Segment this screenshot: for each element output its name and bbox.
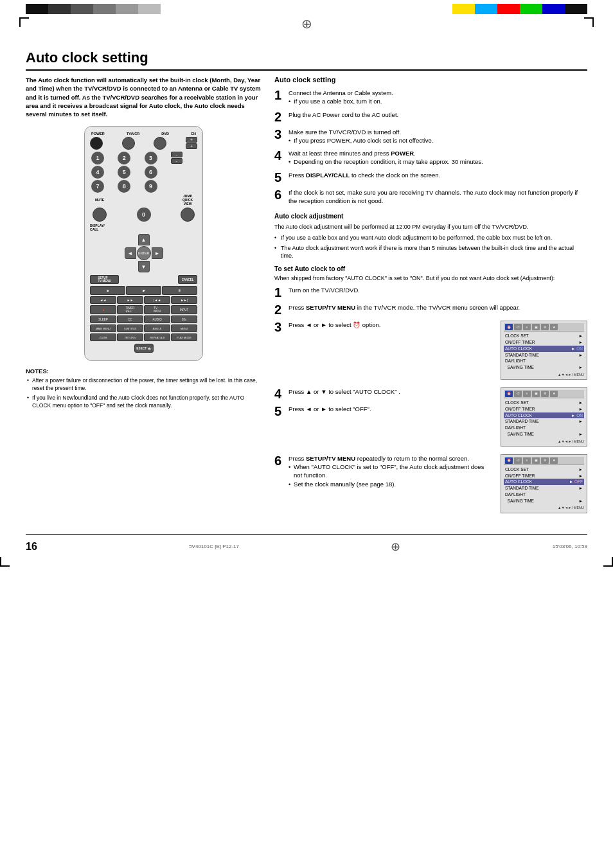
note-2: If you live in Newfoundland and the Auto… xyxy=(26,394,262,410)
btn-0[interactable]: 0 xyxy=(137,208,151,222)
mute-label: MUTE xyxy=(93,198,107,202)
set-off-step-4-content: Press ▲ or ▼ to select "AUTO CLOCK" . xyxy=(289,387,494,396)
jump-label: JUMPQUICK VIEW xyxy=(181,194,195,206)
dpad-down[interactable]: ▼ xyxy=(138,261,150,272)
screen3-item-stdtime: STANDARD TIME► xyxy=(504,485,584,492)
jump-btn[interactable] xyxy=(181,208,195,222)
power-btn[interactable] xyxy=(90,137,103,150)
footer-crosshair: ⊕ xyxy=(391,540,400,554)
remote-top-labels: POWER TV/VCR DVD CH xyxy=(89,132,199,136)
skip-fwd-btn[interactable]: ►►| xyxy=(171,296,197,304)
ch-plus-btn[interactable]: + xyxy=(186,137,197,143)
ch-minus-btn[interactable]: - xyxy=(171,152,182,157)
fwd-btn[interactable]: ►► xyxy=(117,296,143,304)
screen1-nav: ▲▼◄►/ MENU xyxy=(504,372,584,377)
screen1-item-stdtime: STANDARD TIME► xyxy=(504,352,584,359)
btn-5[interactable]: 5 xyxy=(118,166,130,179)
subtitle-btn[interactable]: SUBTITLE xyxy=(117,324,143,332)
eject-row: EJECT ⏏ xyxy=(89,342,199,354)
page-number: 16 xyxy=(26,541,37,553)
eject-btn[interactable]: EJECT ⏏ xyxy=(134,344,154,353)
return-btn[interactable]: RETURN xyxy=(117,333,143,341)
display-call-label: DISPLAY/CALL xyxy=(89,224,199,231)
main-menu-btn[interactable]: MAIN MENU xyxy=(90,324,116,332)
btn-9[interactable]: 9 xyxy=(145,180,157,193)
screen1-item-daylight: DAYLIGHT xyxy=(504,358,584,364)
set-off-step-2: 2 Press SETUP/TV MENU in the TV/VCR mode… xyxy=(274,303,587,316)
play-mode-btn[interactable]: PLAY MODE xyxy=(171,333,197,341)
footer-code: 5V40101C [E] P12-17 xyxy=(189,544,239,549)
set-off-title: To set Auto clock to off xyxy=(274,265,587,272)
adv-btn[interactable]: 30s xyxy=(171,315,197,323)
dpad: ▲ ▼ ◄ ► ENTER xyxy=(89,234,199,272)
cancel-btn[interactable]: CANCEL xyxy=(178,275,197,284)
btn-7[interactable]: 7 xyxy=(91,180,104,193)
vol-plus-btn[interactable]: + xyxy=(186,143,197,149)
sleep-btn[interactable]: SLEEP xyxy=(90,315,116,323)
btn-2[interactable]: 2 xyxy=(118,152,130,164)
screen1-item-onoff: ON/OFF TIMER► xyxy=(504,339,584,346)
menu-btn[interactable]: MENU xyxy=(171,324,197,332)
mute-btn[interactable] xyxy=(93,208,107,222)
stop-btn[interactable]: ■ xyxy=(90,286,125,295)
step-2: 2 Plug the AC Power cord to the AC outle… xyxy=(274,111,587,123)
pause-btn[interactable]: ⏸ xyxy=(162,286,197,295)
btn-6[interactable]: 6 xyxy=(145,166,157,179)
rew-btn[interactable]: ◄◄ xyxy=(90,296,116,304)
play-btn[interactable]: ▶ xyxy=(126,286,161,295)
btn-1[interactable]: 1 xyxy=(91,152,104,164)
tv-monitor-btn[interactable]: TVMON xyxy=(144,305,170,314)
dvd-btn[interactable] xyxy=(154,137,166,150)
set-off-step-1-content: Turn on the TV/VCR/DVD. xyxy=(289,286,587,294)
step-6-num: 6 xyxy=(274,188,285,201)
icon-gear-3: ⚙ xyxy=(541,457,549,464)
step-5-num: 5 xyxy=(274,171,285,184)
auto-clock-adj-bullets: If you use a cable box and you want Auto… xyxy=(274,234,587,260)
dpad-right[interactable]: ► xyxy=(152,247,163,259)
remote-num-grid: 1 2 3 - - 4 5 6 7 8 xyxy=(91,152,196,193)
transport-row: ■ ▶ ⏸ xyxy=(89,286,199,295)
step-3-num: 3 xyxy=(274,128,285,141)
vol-minus-btn[interactable]: - xyxy=(171,158,182,164)
set-off-step-3-content: Press ◄ or ► to select ⏰ option. xyxy=(289,321,494,329)
set-off-step-4: 4 Press ▲ or ▼ to select "AUTO CLOCK" . xyxy=(274,387,494,400)
notes-title: NOTES: xyxy=(26,368,262,375)
skip-back-btn[interactable]: |◄◄ xyxy=(144,296,170,304)
angle-btn[interactable]: ANGLE xyxy=(144,324,170,332)
enter-btn[interactable]: ENTER xyxy=(137,246,151,260)
btn-8[interactable]: 8 xyxy=(118,180,130,193)
audio-sel-btn[interactable]: AUDIO xyxy=(144,315,170,323)
btn-3[interactable]: 3 xyxy=(145,152,157,164)
screen2-nav: ▲▼◄►/ MENU xyxy=(504,439,584,444)
screen3-item-clockset: CLOCK SET► xyxy=(504,466,584,473)
repeat-btn[interactable]: REPEAT A-B xyxy=(144,333,170,341)
intro-text: The Auto clock function will automatical… xyxy=(26,76,262,118)
remote-mute-btns: 0 xyxy=(89,208,199,222)
auto-clock-adj-body: The Auto clock adjustment will be perfor… xyxy=(274,223,587,231)
set-off-step-3-num: 3 xyxy=(274,321,285,333)
screen3-item-saving: SAVING TIME► xyxy=(504,498,584,504)
step-5: 5 Press DISPLAY/CALL to check the clock … xyxy=(274,171,587,184)
timer-rec-btn[interactable]: TIMERREC xyxy=(117,305,143,314)
tv-screen-2-icons: ⏰ ⏱ ≡ ▣ ⚙ ★ xyxy=(504,390,584,398)
dpad-left[interactable]: ◄ xyxy=(125,247,136,259)
tv-screen-3: ⏰ ⏱ ≡ ▣ ⚙ ★ CLOCK SET► xyxy=(501,454,587,513)
notes-section: NOTES: After a power failure or disconne… xyxy=(26,368,262,410)
tv-vcr-btn[interactable] xyxy=(122,137,135,150)
cc-btn[interactable]: CC xyxy=(117,315,143,323)
icon-timer: ⏱ xyxy=(514,324,522,330)
icon-monitor: ▣ xyxy=(532,324,540,330)
btn-4[interactable]: 4 xyxy=(91,166,104,179)
rec-btn[interactable]: ● xyxy=(90,305,116,314)
set-off-step-5: 5 Press ◄ or ► to select "OFF". xyxy=(274,405,494,418)
set-off-step-5-content: Press ◄ or ► to select "OFF". xyxy=(289,405,494,413)
tv-screen-1-icons: ⏰ ⏱ ≡ ▣ ⚙ ★ xyxy=(504,323,584,332)
set-off-step-3: 3 Press ◄ or ► to select ⏰ option. xyxy=(274,321,494,333)
input-btn[interactable]: INPUT xyxy=(171,305,197,314)
rec-row: ● TIMERREC TVMON INPUT xyxy=(89,305,199,314)
dpad-up[interactable]: ▲ xyxy=(138,234,150,245)
zoom-btn[interactable]: ZOOM xyxy=(90,333,116,341)
step-6-content: If the clock is not set, make sure you a… xyxy=(289,188,587,206)
setup-cancel-row: SETUPTV MENU CANCEL xyxy=(89,275,199,284)
setup-tv-menu-btn[interactable]: SETUPTV MENU xyxy=(90,275,119,284)
